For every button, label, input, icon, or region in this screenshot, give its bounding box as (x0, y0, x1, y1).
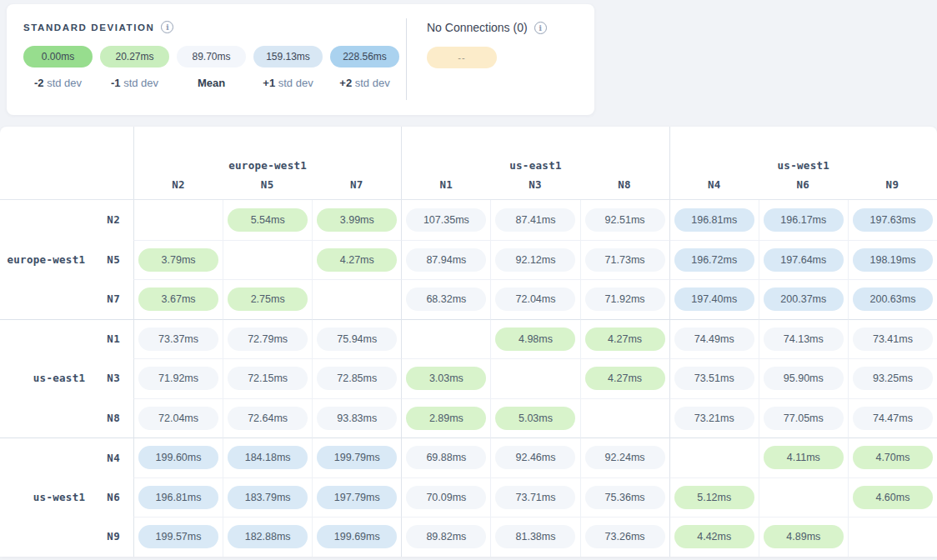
region-label: us-west1 (778, 159, 830, 172)
latency-pill[interactable]: 92.46ms (495, 446, 575, 469)
node-label: N4 (708, 178, 721, 191)
latency-pill[interactable]: 92.24ms (585, 446, 665, 469)
latency-pill[interactable]: 184.18ms (228, 446, 308, 469)
latency-pill[interactable]: 71.92ms (585, 288, 665, 311)
latency-cell: 4.98ms (490, 319, 579, 359)
row-node-label: N8 (107, 412, 120, 424)
latency-pill[interactable]: 72.04ms (495, 288, 575, 311)
latency-pill[interactable]: 74.13ms (764, 328, 844, 351)
latency-cell: 198.19ms (848, 240, 937, 280)
latency-pill[interactable]: 92.51ms (585, 208, 665, 232)
latency-pill[interactable]: 196.81ms (138, 486, 218, 509)
latency-pill[interactable]: 72.79ms (228, 328, 308, 351)
latency-pill[interactable]: 197.79ms (317, 486, 397, 509)
latency-pill[interactable]: 87.41ms (495, 208, 575, 232)
latency-pill[interactable]: 196.81ms (674, 208, 754, 232)
std-dev-title: STANDARD DEVIATION (23, 22, 154, 32)
latency-pill[interactable]: 4.11ms (764, 446, 844, 469)
latency-pill[interactable]: 197.40ms (674, 288, 754, 311)
latency-pill[interactable]: 2.75ms (228, 288, 308, 311)
latency-pill[interactable]: 200.63ms (853, 288, 933, 311)
latency-cell: 72.85ms (312, 358, 401, 398)
latency-pill[interactable]: 73.26ms (585, 525, 665, 548)
latency-cell: 73.21ms (669, 398, 759, 438)
latency-pill[interactable]: 3.03ms (406, 367, 486, 390)
latency-pill[interactable]: 4.42ms (674, 525, 754, 548)
node-label: N8 (618, 178, 631, 191)
latency-pill[interactable]: 4.70ms (853, 446, 933, 469)
latency-cell (312, 279, 401, 319)
latency-pill[interactable]: 95.90ms (764, 367, 844, 390)
latency-pill[interactable]: 199.79ms (317, 446, 397, 469)
latency-pill[interactable]: 93.25ms (853, 367, 933, 390)
latency-cell: 71.73ms (580, 240, 669, 280)
latency-pill[interactable]: 73.41ms (853, 328, 933, 351)
latency-pill[interactable]: 4.27ms (317, 248, 397, 272)
latency-pill[interactable]: 68.32ms (406, 288, 486, 311)
latency-pill[interactable]: 75.36ms (585, 486, 665, 509)
latency-pill[interactable]: 5.12ms (674, 486, 754, 509)
latency-pill[interactable]: 200.37ms (764, 288, 844, 311)
latency-pill[interactable]: 4.60ms (853, 486, 933, 509)
latency-cell: 4.11ms (759, 438, 848, 478)
latency-pill[interactable]: 75.94ms (317, 328, 397, 351)
latency-cell: 4.27ms (580, 358, 669, 398)
latency-cell (669, 438, 759, 478)
latency-pill[interactable]: 4.27ms (585, 328, 665, 351)
latency-pill[interactable]: 199.69ms (317, 525, 397, 548)
latency-pill[interactable]: 72.15ms (228, 367, 308, 390)
latency-pill[interactable]: 2.89ms (406, 407, 486, 430)
latency-pill[interactable]: 74.49ms (674, 328, 754, 351)
node-label: N7 (350, 178, 363, 191)
latency-pill[interactable]: 199.57ms (138, 525, 218, 548)
latency-pill[interactable]: 81.38ms (495, 525, 575, 548)
latency-pill[interactable]: 3.79ms (138, 248, 218, 272)
latency-pill[interactable]: 107.35ms (406, 208, 486, 232)
latency-pill[interactable]: 182.88ms (228, 525, 308, 548)
latency-cell: 183.79ms (223, 478, 312, 518)
latency-pill[interactable]: 72.04ms (138, 407, 218, 430)
region-label: us-east1 (509, 159, 562, 172)
latency-pill[interactable]: 196.72ms (674, 248, 754, 272)
no-connections-label: No Connections (0) (427, 21, 528, 34)
latency-pill[interactable]: 72.85ms (317, 367, 397, 390)
latency-pill[interactable]: 70.09ms (406, 486, 486, 509)
latency-pill[interactable]: 196.17ms (764, 208, 844, 232)
latency-pill[interactable]: 199.60ms (138, 446, 218, 469)
latency-pill[interactable]: 4.98ms (495, 328, 575, 351)
latency-pill[interactable]: 183.79ms (228, 486, 308, 509)
latency-pill[interactable]: 73.21ms (674, 407, 754, 430)
latency-pill[interactable]: 4.27ms (585, 367, 665, 390)
latency-pill[interactable]: 3.67ms (138, 288, 218, 311)
row-header-N1: N1 (0, 319, 133, 359)
latency-pill[interactable]: 89.82ms (406, 525, 486, 548)
latency-pill[interactable]: 77.05ms (764, 407, 844, 430)
latency-cell: 5.03ms (490, 398, 579, 438)
latency-cell: 73.41ms (848, 319, 937, 359)
column-header-N6: N6 (759, 173, 848, 199)
latency-cell: 200.37ms (759, 279, 848, 319)
latency-pill[interactable]: 197.64ms (764, 248, 844, 272)
latency-pill[interactable]: 5.54ms (228, 208, 308, 232)
latency-pill[interactable]: 198.19ms (853, 248, 933, 272)
latency-pill[interactable]: 87.94ms (406, 248, 486, 272)
latency-pill[interactable]: 74.47ms (853, 407, 933, 430)
row-header-N3: us-east1N3 (0, 358, 133, 398)
latency-pill[interactable]: 4.89ms (764, 525, 844, 548)
latency-cell: 107.35ms (401, 200, 490, 240)
info-icon[interactable]: i (534, 22, 547, 34)
latency-pill[interactable]: 73.71ms (495, 486, 575, 509)
latency-cell: 95.90ms (759, 358, 848, 398)
latency-pill[interactable]: 5.03ms (495, 407, 575, 430)
latency-pill[interactable]: 197.63ms (853, 208, 933, 232)
latency-pill[interactable]: 71.92ms (138, 367, 218, 390)
latency-pill[interactable]: 69.88ms (406, 446, 486, 469)
latency-pill[interactable]: 71.73ms (585, 248, 665, 272)
info-icon[interactable]: i (161, 21, 173, 33)
latency-pill[interactable]: 3.99ms (317, 208, 397, 232)
latency-pill[interactable]: 92.12ms (495, 248, 575, 272)
latency-pill[interactable]: 73.51ms (674, 367, 754, 390)
latency-pill[interactable]: 93.83ms (317, 407, 397, 430)
latency-pill[interactable]: 73.37ms (138, 328, 218, 351)
latency-pill[interactable]: 72.64ms (228, 407, 308, 430)
